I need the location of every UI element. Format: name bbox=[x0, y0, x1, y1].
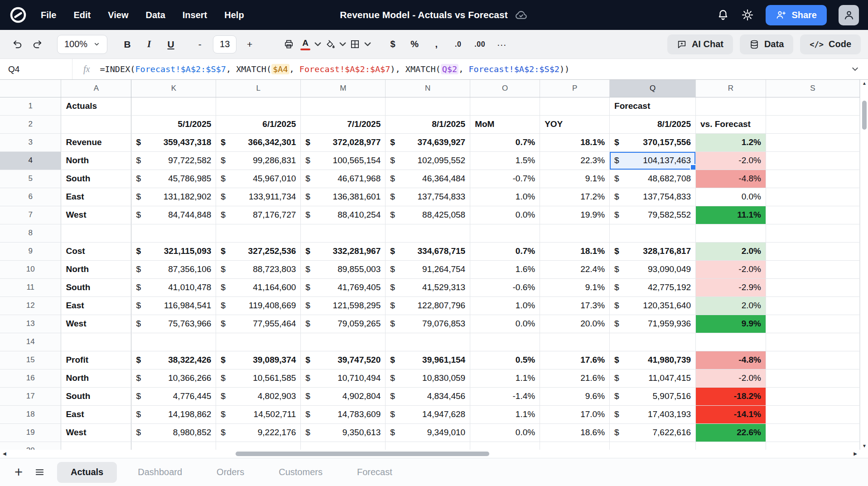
cell-P16[interactable]: 21.6% bbox=[540, 369, 610, 387]
cell-O2[interactable]: MoM bbox=[470, 115, 540, 133]
cell-L10[interactable]: $88,723,803 bbox=[216, 260, 301, 278]
sheet-tab-orders[interactable]: Orders bbox=[203, 462, 258, 483]
cell-P12[interactable]: 17.3% bbox=[540, 296, 610, 315]
cell-L9[interactable]: $327,252,536 bbox=[216, 242, 301, 260]
share-button[interactable]: Share bbox=[766, 5, 827, 25]
cell-L20[interactable] bbox=[216, 442, 301, 450]
cell-K3[interactable]: $359,437,318 bbox=[131, 133, 216, 151]
cell-L13[interactable]: $77,955,464 bbox=[216, 315, 301, 333]
cell-A17[interactable]: South bbox=[61, 387, 131, 405]
cell-L18[interactable]: $14,502,711 bbox=[216, 405, 301, 423]
cell-R13[interactable]: 9.9% bbox=[696, 315, 766, 333]
row-header-13[interactable]: 13 bbox=[0, 315, 61, 333]
cell-M11[interactable]: $41,769,405 bbox=[301, 278, 386, 296]
cell-Q3[interactable]: $370,157,556 bbox=[610, 133, 696, 151]
cell-R20[interactable] bbox=[696, 442, 766, 450]
menu-help[interactable]: Help bbox=[224, 10, 244, 20]
cell-N8[interactable] bbox=[386, 224, 470, 242]
notifications-bell-icon[interactable] bbox=[717, 9, 729, 21]
cell-O7[interactable]: 0.0% bbox=[470, 206, 540, 224]
cell-A16[interactable]: North bbox=[61, 369, 131, 387]
fill-color-button[interactable] bbox=[325, 35, 348, 54]
cell-O11[interactable]: -0.6% bbox=[470, 278, 540, 296]
cell-P3[interactable]: 18.1% bbox=[540, 133, 610, 151]
cell-K10[interactable]: $87,356,106 bbox=[131, 260, 216, 278]
cell-Q14[interactable] bbox=[610, 333, 696, 351]
cell-A1[interactable]: Actuals bbox=[61, 97, 131, 115]
cell-Q17[interactable]: $5,907,516 bbox=[610, 387, 696, 405]
cell-A4[interactable]: North bbox=[61, 151, 131, 170]
cell-N10[interactable]: $91,264,754 bbox=[386, 260, 470, 278]
cell-P14[interactable] bbox=[540, 333, 610, 351]
cell-M5[interactable]: $46,671,968 bbox=[301, 170, 386, 188]
cell-M16[interactable]: $10,710,494 bbox=[301, 369, 386, 387]
row-header-12[interactable]: 12 bbox=[0, 296, 61, 315]
cell-O19[interactable]: 0.0% bbox=[470, 423, 540, 442]
formula-bar-expand-chevron-icon[interactable] bbox=[850, 64, 860, 74]
borders-button[interactable] bbox=[350, 35, 373, 54]
column-header-S[interactable]: S bbox=[766, 80, 860, 97]
cell-O16[interactable]: 1.1% bbox=[470, 369, 540, 387]
cell-O12[interactable]: 1.0% bbox=[470, 296, 540, 315]
cell-A9[interactable]: Cost bbox=[61, 242, 131, 260]
cell-R15[interactable]: -4.8% bbox=[696, 351, 766, 369]
cell-M18[interactable]: $14,783,609 bbox=[301, 405, 386, 423]
cell-K1[interactable] bbox=[131, 97, 216, 115]
cell-R19[interactable]: 22.6% bbox=[696, 423, 766, 442]
cell-L4[interactable]: $99,286,831 bbox=[216, 151, 301, 170]
cell-Q10[interactable]: $93,090,049 bbox=[610, 260, 696, 278]
cell-K16[interactable]: $10,366,266 bbox=[131, 369, 216, 387]
cell-K5[interactable]: $45,786,985 bbox=[131, 170, 216, 188]
horizontal-scrollbar-thumb[interactable] bbox=[236, 452, 489, 456]
scroll-up-arrow[interactable]: ▲ bbox=[862, 81, 867, 86]
menu-edit[interactable]: Edit bbox=[73, 10, 91, 20]
menu-data[interactable]: Data bbox=[145, 10, 165, 20]
font-size-value[interactable]: 13 bbox=[213, 35, 236, 53]
column-header-M[interactable]: M bbox=[301, 80, 386, 97]
cell-R1[interactable] bbox=[696, 97, 766, 115]
cell-R18[interactable]: -14.1% bbox=[696, 405, 766, 423]
cell-K20[interactable] bbox=[131, 442, 216, 450]
cell-A18[interactable]: East bbox=[61, 405, 131, 423]
cell-M1[interactable] bbox=[301, 97, 386, 115]
cell-R8[interactable] bbox=[696, 224, 766, 242]
grid-corner[interactable] bbox=[0, 80, 61, 97]
cell-M8[interactable] bbox=[301, 224, 386, 242]
cell-N18[interactable]: $14,947,628 bbox=[386, 405, 470, 423]
menu-insert[interactable]: Insert bbox=[183, 10, 207, 20]
cell-P15[interactable]: 17.6% bbox=[540, 351, 610, 369]
row-header-3[interactable]: 3 bbox=[0, 133, 61, 151]
cell-L8[interactable] bbox=[216, 224, 301, 242]
cell-R10[interactable]: -2.0% bbox=[696, 260, 766, 278]
cell-A3[interactable]: Revenue bbox=[61, 133, 131, 151]
cell-O6[interactable]: 1.0% bbox=[470, 188, 540, 206]
scroll-right-arrow[interactable]: ▶ bbox=[854, 452, 857, 456]
document-title[interactable]: Revenue Model - Actuals vs Forecast bbox=[340, 10, 507, 20]
sheet-tab-customers[interactable]: Customers bbox=[265, 462, 336, 483]
cell-L15[interactable]: $39,089,374 bbox=[216, 351, 301, 369]
cell-L1[interactable] bbox=[216, 97, 301, 115]
cell-K19[interactable]: $8,980,852 bbox=[131, 423, 216, 442]
cell-M15[interactable]: $39,747,520 bbox=[301, 351, 386, 369]
cell-Q15[interactable]: $41,980,739 bbox=[610, 351, 696, 369]
code-panel-button[interactable]: </> Code bbox=[800, 34, 861, 54]
cell-K15[interactable]: $38,322,426 bbox=[131, 351, 216, 369]
cell-S8[interactable] bbox=[766, 224, 860, 242]
cell-N19[interactable]: $9,349,010 bbox=[386, 423, 470, 442]
row-header-7[interactable]: 7 bbox=[0, 206, 61, 224]
cell-O10[interactable]: 1.6% bbox=[470, 260, 540, 278]
cell-L11[interactable]: $41,164,600 bbox=[216, 278, 301, 296]
cell-R17[interactable]: -18.2% bbox=[696, 387, 766, 405]
horizontal-scrollbar[interactable]: ◀ ▶ bbox=[0, 450, 860, 458]
cell-S17[interactable] bbox=[766, 387, 860, 405]
cell-Q13[interactable]: $71,959,936 bbox=[610, 315, 696, 333]
increase-decimal-button[interactable]: .00 bbox=[470, 35, 490, 54]
cell-A7[interactable]: West bbox=[61, 206, 131, 224]
row-header-2[interactable]: 2 bbox=[0, 115, 61, 133]
cell-O3[interactable]: 0.7% bbox=[470, 133, 540, 151]
cell-R11[interactable]: -2.9% bbox=[696, 278, 766, 296]
column-header-N[interactable]: N bbox=[386, 80, 470, 97]
cell-O9[interactable]: 0.7% bbox=[470, 242, 540, 260]
cell-A2[interactable] bbox=[61, 115, 131, 133]
cell-O14[interactable] bbox=[470, 333, 540, 351]
